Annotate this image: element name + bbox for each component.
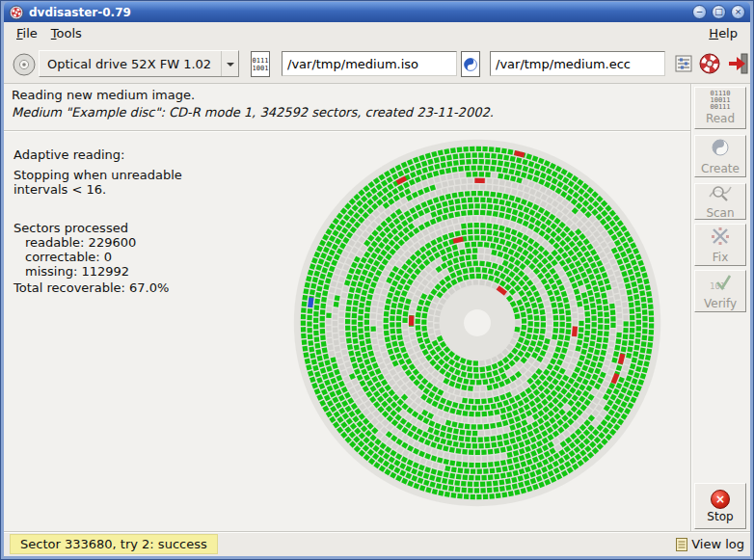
main-area: Reading new medium image. Medium "Exampl… bbox=[4, 84, 750, 531]
window-title: dvdisaster-0.79 bbox=[29, 3, 687, 22]
maximize-button[interactable]: □ bbox=[712, 5, 726, 19]
menu-help[interactable]: Help bbox=[702, 24, 744, 42]
stop-button-label: Stop bbox=[707, 510, 733, 523]
close-button[interactable]: × bbox=[731, 5, 745, 19]
read-button[interactable]: 01110 10011 00111 Read bbox=[694, 87, 746, 129]
toolbar: Optical drive 52X FW 1.02 0111 1001 bbox=[4, 44, 750, 84]
sectors-readable: readable: 229600 bbox=[25, 235, 136, 250]
quit-icon[interactable] bbox=[727, 52, 750, 79]
stop-condition-line2: intervals < 16. bbox=[13, 182, 106, 197]
scan-button-label: Scan bbox=[706, 206, 734, 220]
read-button-label: Read bbox=[706, 112, 735, 125]
image-file-icon: 0111 1001 bbox=[251, 51, 270, 77]
drive-select[interactable]: Optical drive 52X FW 1.02 bbox=[39, 50, 239, 77]
ecc-file-icon bbox=[461, 51, 480, 77]
fix-button[interactable]: Fix bbox=[694, 224, 746, 266]
window-body: File Tools Help Optical drive 52X FW 1.0… bbox=[4, 22, 750, 556]
read-icon: 01110 10011 00111 bbox=[710, 91, 730, 111]
titlebar[interactable]: dvdisaster-0.79 − □ × bbox=[4, 2, 750, 22]
disc-spiral-visualization bbox=[278, 136, 679, 525]
stop-button[interactable]: × Stop bbox=[694, 483, 746, 529]
create-button-label: Create bbox=[701, 162, 740, 175]
adaptive-reading-label: Adaptive reading: bbox=[13, 147, 124, 162]
sectors-missing: missing: 112992 bbox=[25, 264, 129, 279]
menu-tools[interactable]: Tools bbox=[44, 24, 89, 42]
ecc-path-input[interactable] bbox=[490, 51, 665, 76]
verify-button[interactable]: 101 Verify bbox=[694, 270, 746, 312]
fix-icon bbox=[710, 227, 731, 250]
stop-condition-line1: Stopping when unreadable bbox=[13, 168, 182, 182]
stop-icon: × bbox=[711, 490, 730, 509]
verify-check-icon: 101 bbox=[709, 273, 732, 296]
menu-file[interactable]: File bbox=[10, 24, 44, 42]
window: dvdisaster-0.79 − □ × File Tools Help Op… bbox=[0, 0, 754, 560]
verify-button-label: Verify bbox=[704, 297, 737, 310]
fix-button-label: Fix bbox=[713, 251, 728, 264]
window-controls: − □ × bbox=[692, 5, 745, 19]
preferences-icon[interactable] bbox=[675, 55, 692, 76]
image-path-input[interactable] bbox=[282, 51, 457, 76]
menubar: File Tools Help bbox=[4, 22, 750, 44]
help-lifebuoy-icon[interactable] bbox=[698, 52, 721, 79]
image-file-icon-text: 1001 bbox=[253, 65, 269, 72]
scan-magnifier-icon bbox=[708, 184, 733, 205]
scan-button[interactable]: Scan bbox=[694, 183, 746, 220]
drive-select-value: Optical drive 52X FW 1.02 bbox=[40, 57, 221, 71]
minimize-button[interactable]: − bbox=[692, 5, 707, 19]
view-log-button[interactable]: View log bbox=[676, 537, 744, 551]
app-icon bbox=[9, 5, 24, 20]
header-separator bbox=[4, 130, 690, 132]
log-icon bbox=[676, 538, 687, 551]
drive-icon[interactable] bbox=[12, 52, 37, 81]
chevron-down-icon bbox=[221, 51, 238, 76]
view-log-label: View log bbox=[691, 537, 744, 551]
statusbar: Sector 333680, try 2: success View log bbox=[4, 531, 750, 556]
create-button[interactable]: Create bbox=[694, 135, 746, 177]
create-yinyang-icon bbox=[711, 138, 730, 161]
sectors-correctable: correctable: 0 bbox=[25, 250, 112, 264]
status-message: Sector 333680, try 2: success bbox=[10, 534, 218, 554]
image-file-icon-text: 0111 bbox=[253, 57, 269, 65]
sectors-processed-label: Sectors processed bbox=[13, 221, 128, 235]
total-recoverable: Total recoverable: 67.0% bbox=[13, 280, 169, 295]
medium-info: Medium "Example disc": CD-R mode 1, 3425… bbox=[12, 105, 494, 120]
sidebar-separator bbox=[690, 84, 692, 531]
action-title: Reading new medium image. bbox=[12, 88, 195, 102]
